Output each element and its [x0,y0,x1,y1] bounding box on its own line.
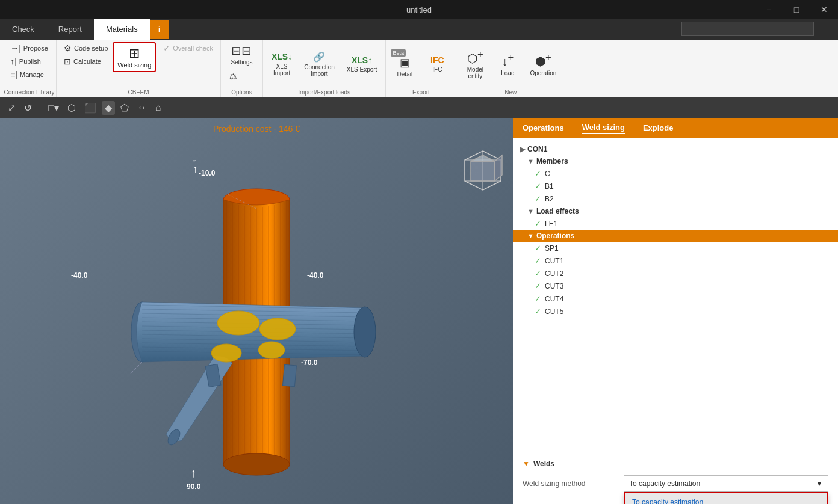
beta-badge: Beta [391,49,406,57]
weld-sizing-label: Weld sizing [117,61,151,69]
settings-icon: ⊟⊟ [231,43,252,58]
orientation-cube[interactable] [459,148,507,196]
xls-export-icon: XLS↑ [352,55,372,66]
right-tab-weld-sizing[interactable]: Weld sizing [582,123,625,134]
right-tab-operations[interactable]: Operations [523,123,564,134]
tree-CUT4[interactable]: ✓ CUT4 [513,292,838,305]
tree-member-C[interactable]: ✓ C [513,167,838,180]
mirror-button[interactable]: ↔ [134,101,150,114]
operations-arrow: ▼ [527,232,534,239]
svg-point-27 [354,307,376,357]
xls-import-button[interactable]: XLS↓ XLSImport [268,51,296,78]
manage-button[interactable]: ≡| Manage [8,69,46,81]
solid-view-button[interactable]: ⬡ [64,101,79,115]
svg-point-31 [211,344,241,362]
tree-members[interactable]: ▼ Members [513,155,838,167]
svg-point-29 [217,311,259,335]
overall-check-icon: ✓ [163,43,170,53]
publish-icon: ↑| [10,57,17,66]
operation-button[interactable]: ⬢+ Operation [526,51,560,78]
detail-button[interactable]: Beta ▣ Detail [391,49,418,79]
toolbar-separator-1 [40,102,40,114]
tree-CUT2[interactable]: ✓ CUT2 [513,267,838,280]
weld-sizing-panel: ▼ Welds Weld sizing method To capacity e… [513,452,838,504]
new-label: New [456,89,565,96]
tab-report[interactable]: Report [46,19,94,40]
fullscreen-button[interactable]: ⤢ [5,101,19,115]
propose-icon: →| [10,43,21,53]
check-CUT5: ✓ [535,307,541,316]
ribbon-search-area [681,22,814,36]
export-content: Beta ▣ Detail IFC IFC [391,42,451,94]
rotate-button[interactable]: ↺ [21,101,35,115]
view-toolbar: ⤢ ↺ □▾ ⬡ ⬛ ◆ ⬠ ↔ ⌂ [0,97,838,118]
CUT4-label: CUT4 [545,295,563,303]
tree-CUT5[interactable]: ✓ CUT5 [513,305,838,318]
right-panel: Operations Weld sizing Explode ▶ CON1 ▼ … [513,118,838,504]
tree-operations[interactable]: ▼ Operations [513,230,838,242]
section-button[interactable]: ⬠ [117,101,132,115]
tree-CUT3[interactable]: ✓ CUT3 [513,280,838,292]
ribbon-group-export: Beta ▣ Detail IFC IFC Export [386,40,456,97]
render-button[interactable]: ◆ [102,101,115,115]
ribbon-group-options: ⊟⊟ Settings ⚖ Options [221,40,263,97]
balance-button[interactable]: ⚖ [227,70,240,82]
connection-import-label: ConnectionImport [304,64,335,77]
close-button[interactable]: ✕ [810,0,838,19]
cbfem-label: CBFEM [57,89,220,96]
CUT5-label: CUT5 [545,307,563,316]
info-button[interactable]: i [150,20,169,39]
tree-panel: ▶ CON1 ▼ Members ✓ C ✓ B1 [513,138,838,452]
search-input[interactable] [681,22,814,36]
code-setup-icon: ⚙ [64,43,72,53]
svg-rect-34 [282,364,296,387]
publish-button[interactable]: ↑| Publish [8,55,43,67]
tree-member-B1[interactable]: ✓ B1 [513,180,838,192]
weld-sizing-button[interactable]: ⊞ Weld sizing [113,42,156,72]
tree-load-effects[interactable]: ▼ Load effects [513,205,838,217]
tree-CUT1[interactable]: ✓ CUT1 [513,254,838,267]
code-setup-label: Code setup [74,45,108,52]
manage-icon: ≡| [10,70,17,79]
view-box-button[interactable]: □▾ [45,101,62,115]
tree-SP1[interactable]: ✓ SP1 [513,242,838,254]
minimize-button[interactable]: − [755,0,783,19]
right-tab-explode[interactable]: Explode [643,123,674,134]
3d-viewport[interactable]: Production cost - 146 € -10.0 -40.0 -40.… [0,118,513,504]
tab-check[interactable]: Check [0,19,46,40]
wireframe-button[interactable]: ⬛ [81,101,99,115]
tree-member-B2[interactable]: ✓ B2 [513,192,838,205]
load-button[interactable]: ↓+ Load [494,51,521,78]
import-export-content: XLS↓ XLSImport 🔗 ConnectionImport XLS↑ X… [268,42,380,94]
tab-materials[interactable]: Materials [94,19,150,40]
ifc-button[interactable]: IFC IFC [423,54,451,75]
weld-method-dropdown[interactable]: To capacity estimation ▼ To capacity est… [624,475,828,492]
xls-export-button[interactable]: XLS↑ XLS Export [343,54,381,75]
overall-check-button[interactable]: ✓ Overall check [161,42,216,54]
connection-import-button[interactable]: 🔗 ConnectionImport [300,50,338,78]
main-content: Production cost - 146 € -10.0 -40.0 -40.… [0,118,838,504]
maximize-button[interactable]: □ [783,0,810,19]
connection-library-label: Connection Library [2,89,56,96]
method-to-capacity[interactable]: To capacity estimation [625,493,827,504]
tree-LE1[interactable]: ✓ LE1 [513,217,838,230]
ribbon-group-cbfem: ⚙ Code setup ⊡ Calculate ⊞ Weld sizing ✓… [57,40,221,97]
model-entity-button[interactable]: ⬡+ Modelentity [461,48,489,81]
cube-svg [459,148,507,196]
propose-button[interactable]: →| Propose [8,42,51,54]
code-setup-button[interactable]: ⚙ Code setup [61,42,110,54]
tree-root[interactable]: ▶ CON1 [513,143,838,155]
weld-method-dropdown-button[interactable]: To capacity estimation ▼ [624,475,828,492]
operations-label: Operations [536,232,574,240]
xls-export-label: XLS Export [347,66,377,73]
import-export-label: Import/Export loads [263,89,385,96]
settings-button[interactable]: ⊟⊟ Settings [227,42,256,67]
ribbon-group-connection-library: →| Propose ↑| Publish ≡| Manage Connecti… [2,40,57,97]
members-label: Members [536,157,568,165]
ifc-icon: IFC [430,55,444,66]
home-button[interactable]: ⌂ [152,101,164,114]
weld-method-dropdown-list: To capacity estimation To minimum ductil… [624,492,828,504]
calculate-button[interactable]: ⊡ Calculate [61,55,110,67]
window-controls: − □ ✕ [755,0,838,19]
svg-point-13 [223,453,290,475]
